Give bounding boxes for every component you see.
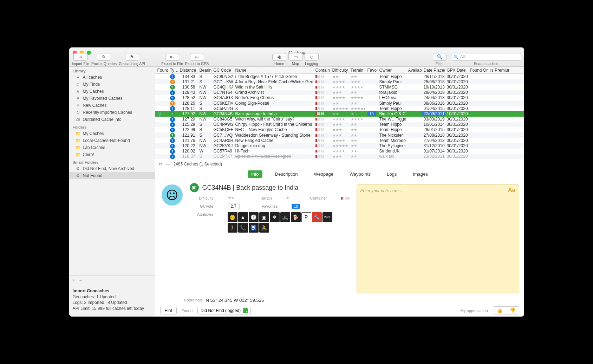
- sidebar-item[interactable]: ☺My Finds: [69, 81, 155, 88]
- sidebar-footer: + −: [69, 275, 155, 285]
- table-row[interactable]: ?120.02WGC57R49Hi-Tech★★★★★★StridentUK01…: [155, 149, 524, 154]
- table-row[interactable]: ?128.20SGC6KEFMGoing Sign-Postal★★★★Simp…: [155, 100, 524, 106]
- filter-button[interactable]: 🔍Filter: [433, 53, 447, 66]
- column-header[interactable]: Difficulty: [330, 68, 348, 73]
- sidebar-folder[interactable]: 📁Lab Caches: [69, 144, 155, 151]
- home-button[interactable]: ◉Home: [272, 53, 286, 66]
- sidebar-library-head: Library: [69, 67, 155, 74]
- export-file-button[interactable]: ⇤Export to File: [161, 53, 183, 66]
- table-row[interactable]: ?125.29SGC4PAW2Chirpy Hippo - First Chir…: [155, 122, 524, 127]
- hint-button[interactable]: Hint: [160, 307, 177, 314]
- table-row[interactable]: ?121.91SGC7…VQQWaddesdon Greenway - Stan…: [155, 132, 524, 138]
- search-caption: Search caches: [474, 61, 498, 66]
- note-field[interactable]: Enter your note here... Aa: [357, 184, 519, 293]
- table-row[interactable]: ?118.37SGC2P7X7Spies at RAF Little Rissi…: [155, 154, 524, 159]
- column-header[interactable]: GC Code: [211, 68, 233, 73]
- column-header[interactable]: Date Placed: [422, 68, 445, 73]
- column-header[interactable]: Available: [406, 68, 422, 73]
- chevron-updown-icon: ⌃⌄: [243, 308, 248, 313]
- geocaching-api-button[interactable]: ⚑Geocaching API: [119, 53, 145, 66]
- column-header[interactable]: Distance ⌄: [178, 68, 197, 73]
- parking-icon: P: [301, 212, 311, 222]
- map-icon: ▭: [288, 53, 302, 61]
- column-header[interactable]: Favo…: [365, 68, 377, 73]
- remove-button[interactable]: −: [79, 278, 82, 283]
- import-file-button[interactable]: ⇥Import File: [72, 53, 90, 66]
- table-row[interactable]: ?131.21SGC7…KW4 for a Boy: Near Field Ca…: [155, 79, 524, 84]
- logging-button[interactable]: ☺Logging: [305, 53, 319, 66]
- pin-icon: ◉: [272, 53, 286, 61]
- tab-logs[interactable]: Logs: [383, 170, 400, 178]
- export-gps-button[interactable]: ⇠Export to GPS: [185, 53, 209, 66]
- column-header[interactable]: Owner: [377, 68, 406, 73]
- titlebar: iCaching ⇥Import File ✎Pocket Queries ⚑G…: [69, 47, 524, 67]
- column-header[interactable]: Bearing: [197, 68, 211, 73]
- bike-icon: 🚲: [280, 212, 290, 222]
- table-row[interactable]: ?129.43NWGC7NT64Grand Archivist★★★★★fora…: [155, 90, 524, 95]
- refresh-icon[interactable]: ⟳: [159, 162, 162, 167]
- table-row[interactable]: ?128.52NWGC4AJGXNettie's Frog Chorus★★★★…: [155, 95, 524, 100]
- column-header[interactable]: Name: [233, 68, 313, 73]
- table-header[interactable]: FoundTy…Distance ⌄BearingGC CodeNameCont…: [155, 67, 524, 74]
- tab-webpage[interactable]: Webpage: [311, 170, 337, 178]
- cache-count: 2485 Caches (1 Selected): [174, 162, 222, 167]
- sidebar-item[interactable]: ↻Recently imported Caches: [69, 109, 155, 116]
- found-select[interactable]: Did Not Find (logged)⌃⌄: [197, 307, 251, 314]
- table-row[interactable]: ?127.29NWGC848G5Witch Way, will the "Chi…: [155, 117, 524, 122]
- sidebar-folder[interactable]: 📁Local-Caches-Not-Found: [69, 137, 155, 144]
- attributes: 👶▲🕐▣❄🚲🐕P🔧 24/7🚶📞♿🚴: [228, 212, 333, 233]
- thumbs-up-icon: 👍: [493, 307, 506, 314]
- column-header[interactable]: Found On: [468, 68, 488, 73]
- sidebar-item[interactable]: ♥My Favorited Caches: [69, 95, 155, 102]
- sidebar-smart-folder[interactable]: ⚙Not Found: [69, 172, 155, 179]
- table-row[interactable]: ?130.58NWGC4QHKAWild in the Salt Hills★★…: [155, 84, 524, 90]
- tab-waypoints[interactable]: Waypoints: [346, 170, 374, 178]
- column-header[interactable]: Ty…: [168, 68, 178, 73]
- table-row[interactable]: ?128.11SGC5PZ2GX★★★★★★★★★★Team Hippo01/0…: [155, 106, 524, 111]
- table-row[interactable]: ?121.76NWGC4AR0RNew Fangled Cache★★★★★★T…: [155, 138, 524, 143]
- pocket-queries-button[interactable]: ✎Pocket Queries: [91, 53, 117, 66]
- tab-images[interactable]: Images: [409, 170, 431, 178]
- column-header[interactable]: Found: [155, 68, 168, 73]
- tab-info[interactable]: Info: [248, 170, 262, 178]
- detail-footer: Hint Found Did Not Find (logged)⌃⌄ My ap…: [155, 304, 524, 317]
- terrain-stars: ★: [286, 196, 289, 200]
- phone-icon: 📞: [238, 223, 248, 233]
- smile-icon: ☺: [305, 53, 319, 61]
- column-header[interactable]: GPX Date: [445, 68, 468, 73]
- cycle-icon: 🚴: [259, 223, 269, 233]
- map-button[interactable]: ▭Map: [288, 53, 302, 66]
- table-body[interactable]: ?134.83SGC80NG2Little Bridges # 1577 Pit…: [155, 74, 524, 160]
- appreciation-buttons[interactable]: 👍👎: [493, 306, 519, 314]
- table-row[interactable]: ?134.83SGC80NG2Little Bridges # 1577 Pit…: [155, 74, 524, 79]
- sidebar-item[interactable]: ●All caches: [69, 74, 155, 81]
- clock-icon: 🕐: [249, 212, 259, 222]
- sidebar-smart-folder[interactable]: ⚙Did Not Find, Now Archived: [69, 165, 155, 172]
- sidebar-item[interactable]: 28Outdated Cache info: [69, 116, 155, 123]
- tool-icon: 🔧: [312, 212, 322, 222]
- add-button[interactable]: +: [73, 278, 75, 283]
- remove-icon[interactable]: —: [166, 162, 170, 167]
- cache-title: GC34N4B | Back passage to India: [202, 184, 299, 191]
- sidebar-folder[interactable]: 📁My Caches: [69, 130, 155, 137]
- wheelchair-icon: ♿: [249, 223, 259, 233]
- winter-icon: ❄: [270, 212, 280, 222]
- column-header[interactable]: Is Premium: [488, 68, 509, 73]
- column-header[interactable]: Terrain: [348, 68, 365, 73]
- 247-icon: 24/7: [322, 212, 332, 222]
- sidebar-item[interactable]: ★My Caches: [69, 88, 155, 95]
- table-row[interactable]: ?120.22NWGC2KVKJDu gjør min dag★★★★★★★Th…: [155, 143, 524, 148]
- column-header[interactable]: Contain…: [313, 68, 330, 73]
- stroller-icon: 👶: [228, 212, 237, 222]
- tab-description[interactable]: Description: [272, 170, 301, 178]
- thumbs-down-icon: 👎: [506, 307, 519, 314]
- container-size: [341, 197, 350, 200]
- font-icon[interactable]: Aa: [508, 187, 515, 193]
- sidebar-folder[interactable]: 📁Chirp!: [69, 151, 155, 158]
- search-input[interactable]: 🔍All: [451, 53, 521, 61]
- sidebar-item[interactable]: ✳New Caches: [69, 102, 155, 109]
- table-row[interactable]: ☹?127.92NWGC34N4BBack passage to India★★…: [155, 111, 524, 116]
- gcvote-value: 2.7: [228, 203, 240, 209]
- table-row[interactable]: ?122.99SGC5KQFFNFC = New Fangled Cache★★…: [155, 127, 524, 132]
- sidebar-smart-head: Smart Folders: [69, 158, 155, 165]
